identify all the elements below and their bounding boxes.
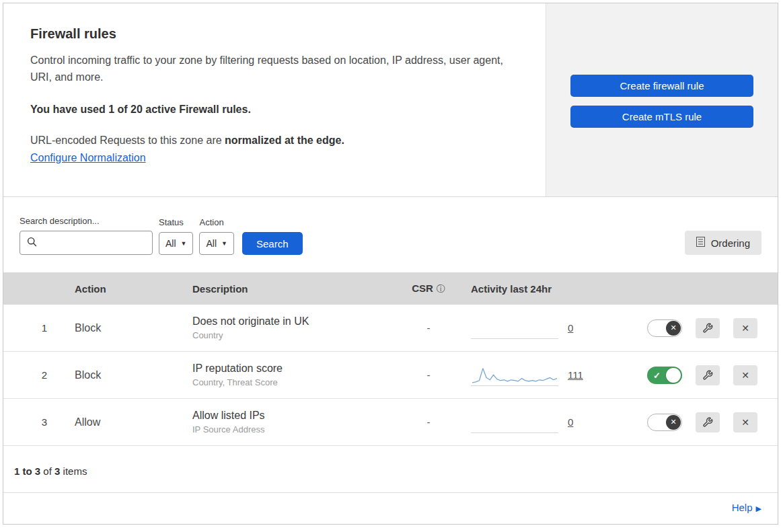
activity-sparkline [471, 317, 558, 339]
arrow-right-icon: ▶ [756, 504, 761, 512]
csr-column-header: CSRⓘ [398, 282, 459, 295]
info-icon[interactable]: ⓘ [437, 284, 445, 294]
wrench-icon [702, 323, 713, 334]
normalization-bold: normalized at the edge. [225, 135, 344, 146]
configure-normalization-link[interactable]: Configure Normalization [30, 152, 146, 163]
help-bar: Help▶ [3, 492, 778, 524]
toggle-knob: ✕ [666, 368, 681, 383]
wrench-icon [702, 370, 713, 381]
rule-priority: 2 [14, 369, 75, 381]
help-link[interactable]: Help▶ [732, 502, 761, 513]
enable-toggle[interactable]: ✓ ✕ [647, 319, 682, 337]
normalization-note: URL-encoded Requests to this zone are no… [30, 135, 519, 147]
of-label: of [43, 465, 52, 477]
search-input[interactable] [20, 231, 153, 255]
edit-rule-button[interactable] [696, 365, 720, 385]
close-icon: ✕ [741, 370, 749, 381]
status-label: Status [159, 217, 193, 227]
create-firewall-rule-button[interactable]: Create firewall rule [570, 75, 753, 97]
page-header: Firewall rules Control incoming traffic … [3, 3, 778, 197]
status-select[interactable]: All ▼ [159, 232, 193, 255]
firewall-rules-page: Firewall rules Control incoming traffic … [3, 3, 778, 525]
rule-action: Block [75, 322, 192, 334]
wrench-icon [702, 417, 713, 428]
create-mtls-rule-button[interactable]: Create mTLS rule [570, 106, 753, 128]
rule-action: Block [75, 369, 192, 381]
x-icon: ✕ [670, 418, 676, 426]
rule-description: Allow listed IPs [192, 410, 398, 422]
description-column-header: Description [192, 283, 398, 295]
filter-bar: Search description... Status All ▼ Actio… [3, 197, 778, 272]
delete-rule-button[interactable]: ✕ [733, 412, 757, 432]
search-icon [27, 237, 37, 250]
table-header: Action Description CSRⓘ Activity last 24… [3, 272, 778, 305]
table-row: 3 Allow Allow listed IPs IP Source Addre… [3, 399, 778, 446]
items-total: 3 [54, 465, 60, 477]
delete-rule-button[interactable]: ✕ [733, 318, 757, 338]
rule-fields: Country, Threat Score [192, 377, 398, 387]
check-icon: ✓ [653, 370, 661, 380]
table-row: 2 Block IP reputation score Country, Thr… [3, 352, 778, 399]
rule-priority: 3 [14, 416, 75, 428]
activity-count-link[interactable]: 0 [568, 322, 588, 334]
header-text-area: Firewall rules Control incoming traffic … [3, 3, 546, 196]
enable-toggle[interactable]: ✓ ✕ [647, 414, 682, 431]
action-value: All [206, 238, 217, 249]
action-column-header: Action [75, 283, 192, 295]
ordering-list-icon [696, 237, 705, 249]
enable-toggle[interactable]: ✓ ✕ [647, 367, 682, 384]
rule-csr-value: - [398, 369, 459, 381]
rule-description: IP reputation score [192, 363, 398, 375]
search-button[interactable]: Search [242, 232, 303, 255]
x-icon: ✕ [670, 324, 676, 332]
ordering-button-label: Ordering [711, 237, 750, 249]
toggle-knob: ✕ [666, 415, 681, 430]
status-value: All [165, 238, 176, 249]
pagination-summary: 1 to 3 of 3 items [3, 446, 778, 492]
activity-count-link[interactable]: 111 [568, 369, 588, 381]
ordering-button[interactable]: Ordering [685, 231, 761, 255]
table-row: 1 Block Does not originate in UK Country… [3, 305, 778, 352]
rule-description: Does not originate in UK [192, 315, 398, 328]
edit-rule-button[interactable] [696, 318, 720, 338]
page-description: Control incoming traffic to your zone by… [30, 52, 519, 86]
usage-note: You have used 1 of 20 active Firewall ru… [30, 104, 519, 116]
rule-action: Allow [75, 416, 192, 428]
toggle-knob: ✕ [666, 321, 681, 336]
search-label: Search description... [20, 216, 153, 226]
chevron-down-icon: ▼ [181, 240, 187, 247]
activity-count-link[interactable]: 0 [568, 416, 588, 428]
page-title: Firewall rules [30, 26, 519, 42]
close-icon: ✕ [741, 323, 749, 334]
edit-rule-button[interactable] [696, 412, 720, 432]
items-label: items [63, 465, 87, 477]
rule-csr-value: - [398, 322, 459, 334]
actions-panel: Create firewall rule Create mTLS rule [546, 3, 778, 196]
action-label: Action [199, 217, 233, 227]
normalization-text: URL-encoded Requests to this zone are [30, 135, 222, 146]
rule-fields: IP Source Address [192, 424, 398, 434]
close-icon: ✕ [741, 417, 749, 428]
items-range: 1 to 3 [14, 465, 40, 477]
rule-csr-value: - [398, 416, 459, 428]
delete-rule-button[interactable]: ✕ [733, 365, 757, 385]
rule-fields: Country [192, 330, 398, 340]
chevron-down-icon: ▼ [221, 240, 227, 247]
action-select[interactable]: All ▼ [199, 232, 233, 255]
activity-column-header: Activity last 24hr [459, 283, 627, 295]
rule-priority: 1 [14, 322, 75, 334]
activity-sparkline [471, 365, 558, 386]
activity-sparkline [471, 412, 558, 433]
